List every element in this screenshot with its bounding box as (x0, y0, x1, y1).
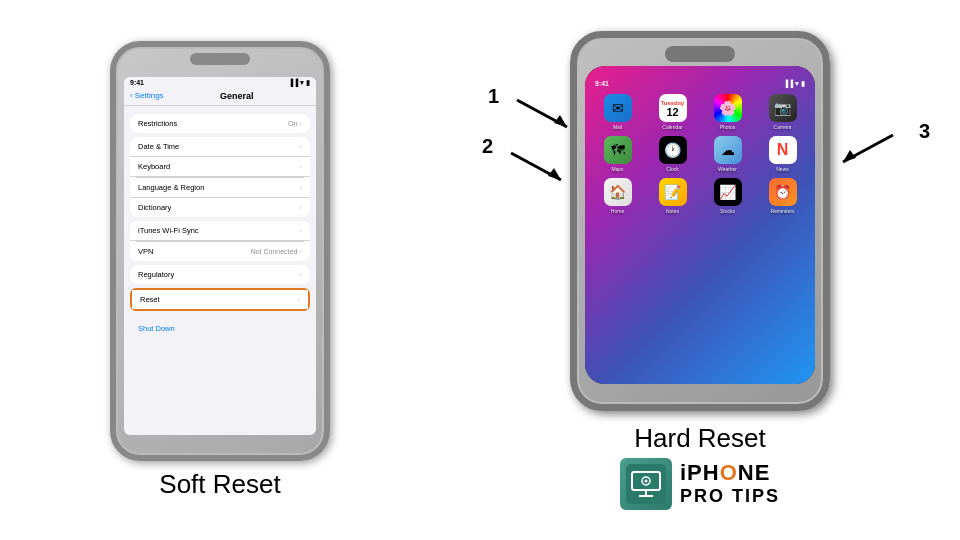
right-section: 1 2 3 9:41 ▐▐ ▾ ▮ (450, 0, 950, 540)
app-home: 🏠 Home (593, 178, 642, 214)
app-camera: 📷 Camera (758, 94, 807, 130)
app-notes: 📝 Notes (648, 178, 697, 214)
status-time: 9:41 (130, 79, 144, 86)
right-phone-container: 9:41 ▐▐ ▾ ▮ ✉ Mail Tuesday 12 (570, 31, 830, 411)
svg-marker-3 (548, 168, 561, 180)
list-item[interactable]: Language & Region › (130, 178, 310, 198)
list-item-reset[interactable]: Reset › (132, 290, 308, 309)
hard-reset-caption: Hard Reset (634, 423, 766, 454)
arrow-svg-1 (512, 95, 582, 135)
right-phone-notch (665, 46, 735, 62)
arrow-label-3: 3 (919, 120, 930, 143)
logo-icon (620, 458, 672, 510)
ios-settings-list: Restrictions On › Date & Time › Keyboard… (124, 106, 316, 343)
svg-marker-1 (554, 115, 567, 127)
list-item[interactable]: Restrictions On › (130, 114, 310, 133)
ios-status-bar: 9:41 ▐▐ ▾ ▮ (124, 77, 316, 89)
list-item[interactable]: Regulatory › (130, 265, 310, 284)
arrow-label-2: 2 (482, 135, 493, 158)
logo-line2: PRO TIPS (680, 486, 780, 507)
app-stocks: 📈 Stocks (703, 178, 752, 214)
list-item[interactable]: Keyboard › (130, 157, 310, 177)
app-calendar: Tuesday 12 Calendar (648, 94, 697, 130)
svg-marker-5 (843, 150, 856, 162)
logo-line1: iPHONE (680, 460, 780, 486)
soft-reset-caption: Soft Reset (159, 469, 280, 500)
left-phone-screen: 9:41 ▐▐ ▾ ▮ ‹ Settings General Restricti… (124, 77, 316, 435)
app-weather: ☁ Weather (703, 136, 752, 172)
list-item[interactable]: Dictionary › (130, 198, 310, 217)
reset-highlighted-row[interactable]: Reset › (130, 288, 310, 311)
app-reminders: ⏰ Reminders (758, 178, 807, 214)
shut-down-label: Shut Down (138, 324, 175, 333)
right-phone-screen: 9:41 ▐▐ ▾ ▮ ✉ Mail Tuesday 12 (585, 66, 815, 384)
ios-section-3: iTunes Wi-Fi Sync › VPN Not Connected › (130, 221, 310, 261)
logo-svg (626, 464, 666, 504)
status-icons: ▐▐ ▾ ▮ (288, 79, 310, 87)
app-photos: 🌸 Photos (703, 94, 752, 130)
arrow-svg-3 (828, 130, 898, 170)
arrow-svg-2 (506, 148, 576, 188)
left-phone-container: 9:41 ▐▐ ▾ ▮ ‹ Settings General Restricti… (110, 41, 330, 461)
ios-back-button[interactable]: ‹ Settings (130, 91, 164, 100)
right-phone-frame: 9:41 ▐▐ ▾ ▮ ✉ Mail Tuesday 12 (570, 31, 830, 411)
left-phone-frame: 9:41 ▐▐ ▾ ▮ ‹ Settings General Restricti… (110, 41, 330, 461)
logo-text: iPHONE PRO TIPS (680, 460, 780, 507)
svg-point-11 (644, 479, 647, 482)
list-item[interactable]: iTunes Wi-Fi Sync › (130, 221, 310, 241)
hs-icons: ▐▐ ▾ ▮ (783, 80, 805, 88)
homescreen-status: 9:41 ▐▐ ▾ ▮ (591, 80, 809, 88)
left-phone-notch (190, 53, 250, 65)
app-news: N News (758, 136, 807, 172)
shut-down-row[interactable]: Shut Down (124, 313, 316, 339)
app-maps: 🗺 Maps (593, 136, 642, 172)
ios-section-4: Regulatory › (130, 265, 310, 284)
ios-section-2: Date & Time › Keyboard › Language & Regi… (130, 137, 310, 218)
ios-nav-title: General (220, 91, 254, 101)
list-item[interactable]: Date & Time › (130, 137, 310, 157)
hs-time: 9:41 (595, 80, 609, 88)
left-section: 9:41 ▐▐ ▾ ▮ ‹ Settings General Restricti… (10, 0, 430, 540)
ios-nav-bar: ‹ Settings General (124, 89, 316, 106)
homescreen: 9:41 ▐▐ ▾ ▮ ✉ Mail Tuesday 12 (585, 66, 815, 384)
arrow-label-1: 1 (488, 85, 499, 108)
list-item[interactable]: VPN Not Connected › (130, 242, 310, 261)
ios-section-1: Restrictions On › (130, 114, 310, 133)
logo-container: iPHONE PRO TIPS (620, 458, 780, 510)
app-grid: ✉ Mail Tuesday 12 Calendar 🌸 (591, 94, 809, 214)
app-clock: 🕐 Clock (648, 136, 697, 172)
app-mail: ✉ Mail (593, 94, 642, 130)
